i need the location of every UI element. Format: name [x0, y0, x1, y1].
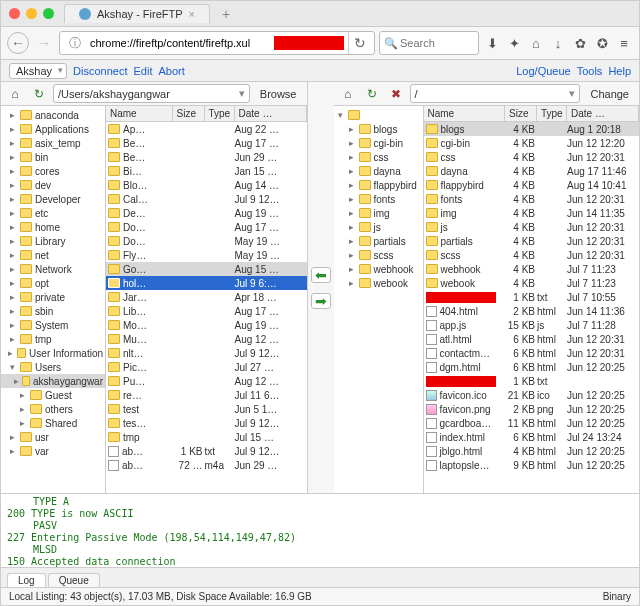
col-date[interactable]: Date … — [235, 106, 307, 121]
tree-item[interactable]: ▸cgi-bin — [334, 136, 423, 150]
expand-icon[interactable]: ▸ — [347, 278, 356, 288]
expand-icon[interactable]: ▸ — [18, 404, 27, 414]
remote-stop-icon[interactable]: ✖ — [386, 85, 406, 103]
file-row[interactable]: ab…72 …m4aJun 29 … — [106, 458, 307, 472]
toolbar-icon[interactable]: ✪ — [593, 34, 611, 52]
file-row[interactable]: Do…Aug 17 … — [106, 220, 307, 234]
toolbar-icon[interactable]: ≡ — [615, 34, 633, 52]
subbar-action[interactable]: Edit — [134, 65, 153, 77]
subbar-link[interactable]: Tools — [577, 65, 603, 77]
tree-item[interactable]: ▸net — [1, 248, 105, 262]
toolbar-icon[interactable]: ✦ — [505, 34, 523, 52]
expand-icon[interactable]: ▸ — [8, 110, 17, 120]
tree-item[interactable]: ▸Developer — [1, 192, 105, 206]
tree-item[interactable]: ▾Users — [1, 360, 105, 374]
file-row[interactable]: ab…1 KBtxtJul 9 12… — [106, 444, 307, 458]
subbar-action[interactable]: Disconnect — [73, 65, 127, 77]
tree-item[interactable]: ▸etc — [1, 206, 105, 220]
tree-item[interactable]: ▸Library — [1, 234, 105, 248]
file-row[interactable]: Mu…Aug 12 … — [106, 332, 307, 346]
expand-icon[interactable]: ▸ — [13, 376, 19, 386]
expand-icon[interactable]: ▸ — [8, 250, 17, 260]
expand-icon[interactable]: ▸ — [8, 124, 17, 134]
col-date[interactable]: Date … — [567, 106, 639, 121]
file-row[interactable]: Be…Jun 29 … — [106, 150, 307, 164]
file-row[interactable]: webhook4 KBJul 7 11:23 — [424, 262, 640, 276]
file-row[interactable]: tmpJul 15 … — [106, 430, 307, 444]
tree-item[interactable]: ▸var — [1, 444, 105, 458]
expand-icon[interactable]: ▸ — [347, 194, 356, 204]
local-tree[interactable]: ▸anaconda▸Applications▸asix_temp▸bin▸cor… — [1, 106, 106, 493]
expand-icon[interactable]: ▸ — [8, 432, 17, 442]
bottom-tab[interactable]: Queue — [48, 573, 100, 587]
remote-refresh-icon[interactable]: ↻ — [362, 85, 382, 103]
tree-item[interactable]: ▸blogs — [334, 122, 423, 136]
file-row[interactable]: gcardboa…11 KBhtmlJun 12 20:25 — [424, 416, 640, 430]
tree-item[interactable]: ▸flappybird — [334, 178, 423, 192]
file-row[interactable]: nlt…Jul 9 12… — [106, 346, 307, 360]
download-arrow-button[interactable]: ⬅ — [311, 267, 331, 283]
tree-item[interactable]: ▸sbin — [1, 304, 105, 318]
file-row[interactable]: tes…Jul 9 12… — [106, 416, 307, 430]
tree-item[interactable]: ▸anaconda — [1, 108, 105, 122]
file-row[interactable]: re…Jul 11 6… — [106, 388, 307, 402]
file-row[interactable]: 1 KBtxt — [424, 374, 640, 388]
file-row[interactable]: Jar…Apr 18 … — [106, 290, 307, 304]
tree-item[interactable]: ▸js — [334, 220, 423, 234]
tree-item[interactable]: ▾ — [334, 108, 423, 122]
expand-icon[interactable]: ▸ — [8, 306, 17, 316]
search-bar[interactable]: 🔍 — [379, 31, 479, 55]
expand-icon[interactable]: ▸ — [8, 446, 17, 456]
expand-icon[interactable]: ▸ — [8, 292, 17, 302]
tree-item[interactable]: ▸others — [1, 402, 105, 416]
file-row[interactable]: Go…Aug 15 … — [106, 262, 307, 276]
tree-item[interactable]: ▸dev — [1, 178, 105, 192]
file-row[interactable]: Bi…Jan 15 … — [106, 164, 307, 178]
file-row[interactable]: fonts4 KBJun 12 20:31 — [424, 192, 640, 206]
close-tab-icon[interactable]: × — [189, 8, 195, 20]
url-input[interactable] — [86, 35, 274, 51]
file-row[interactable]: Cal…Jul 9 12… — [106, 192, 307, 206]
col-type[interactable]: Type — [537, 106, 567, 121]
tree-item[interactable]: ▸private — [1, 290, 105, 304]
expand-icon[interactable]: ▸ — [7, 348, 13, 358]
file-row[interactable]: 1 KBtxtJul 7 10:55 — [424, 290, 640, 304]
log-panel[interactable]: TYPE A200 TYPE is now ASCIIPASV227 Enter… — [1, 493, 639, 567]
file-row[interactable]: css4 KBJun 12 20:31 — [424, 150, 640, 164]
file-row[interactable]: flappybird4 KBAug 14 10:41 — [424, 178, 640, 192]
expand-icon[interactable]: ▸ — [347, 208, 356, 218]
expand-icon[interactable]: ▸ — [347, 124, 356, 134]
file-row[interactable]: scss4 KBJun 12 20:31 — [424, 248, 640, 262]
file-row[interactable]: jblgo.html4 KBhtmlJun 12 20:25 — [424, 444, 640, 458]
tree-item[interactable]: ▸asix_temp — [1, 136, 105, 150]
expand-icon[interactable]: ▸ — [347, 180, 356, 190]
remote-tree[interactable]: ▾▸blogs▸cgi-bin▸css▸dayna▸flappybird▸fon… — [334, 106, 424, 493]
expand-icon[interactable]: ▸ — [8, 264, 17, 274]
expand-icon[interactable]: ▸ — [8, 152, 17, 162]
maximize-window-button[interactable] — [43, 8, 54, 19]
col-name[interactable]: Name — [424, 106, 506, 121]
local-refresh-icon[interactable]: ↻ — [29, 85, 49, 103]
expand-icon[interactable]: ▸ — [8, 180, 17, 190]
file-row[interactable]: app.js15 KBjsJul 7 11:28 — [424, 318, 640, 332]
file-row[interactable]: Pu…Aug 12 … — [106, 374, 307, 388]
col-type[interactable]: Type — [205, 106, 235, 121]
tree-item[interactable]: ▸Guest — [1, 388, 105, 402]
subbar-link[interactable]: Help — [608, 65, 631, 77]
file-row[interactable]: Ap…Aug 22 … — [106, 122, 307, 136]
toolbar-icon[interactable]: ⬇ — [483, 34, 501, 52]
subbar-link[interactable]: Log/Queue — [516, 65, 570, 77]
file-row[interactable]: De…Aug 19 … — [106, 206, 307, 220]
tree-item[interactable]: ▸img — [334, 206, 423, 220]
tree-item[interactable]: ▸css — [334, 150, 423, 164]
tree-item[interactable]: ▸System — [1, 318, 105, 332]
file-row[interactable]: partials4 KBJun 12 20:31 — [424, 234, 640, 248]
upload-arrow-button[interactable]: ➡ — [311, 293, 331, 309]
toolbar-icon[interactable]: ✿ — [571, 34, 589, 52]
remote-path-dropdown[interactable]: / ▾ — [410, 84, 581, 103]
tree-item[interactable]: ▸Shared — [1, 416, 105, 430]
expand-icon[interactable]: ▸ — [347, 138, 356, 148]
expand-icon[interactable]: ▸ — [8, 208, 17, 218]
file-row[interactable]: js4 KBJun 12 20:31 — [424, 220, 640, 234]
bottom-tab[interactable]: Log — [7, 573, 46, 587]
